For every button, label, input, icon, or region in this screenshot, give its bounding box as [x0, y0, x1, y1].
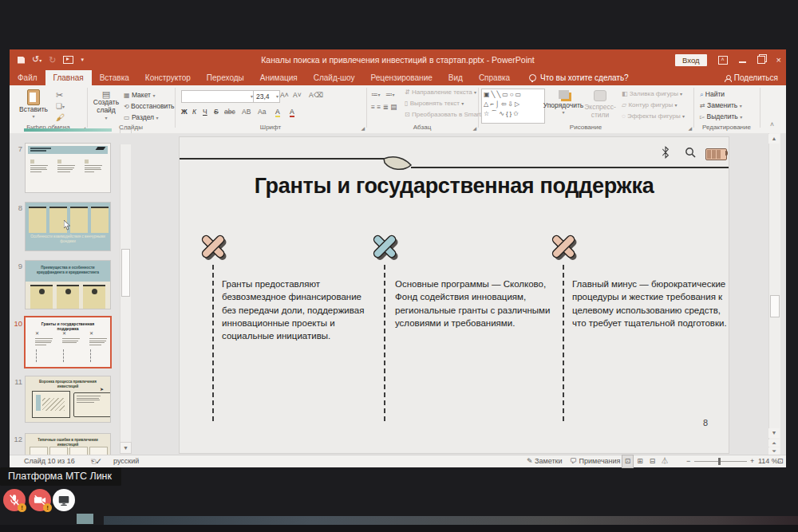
zoom-level[interactable]: 114 % — [758, 455, 778, 467]
minimize-icon[interactable] — [739, 61, 746, 63]
reset-button[interactable]: ⟲ Восстановить — [124, 102, 175, 112]
cut-button[interactable]: ✂ — [56, 90, 63, 100]
zoom-in-icon[interactable]: + — [750, 455, 754, 467]
change-case-button[interactable]: Аа — [258, 108, 267, 116]
arrange-button[interactable]: Упорядочить ▾ — [545, 90, 582, 115]
dialog-launcher-icon[interactable]: ◢ — [472, 125, 476, 131]
tab-help[interactable]: Справка — [471, 70, 518, 85]
next-slide-icon[interactable]: ⏷ — [768, 447, 780, 455]
scroll-up-icon[interactable]: ▲ — [768, 134, 780, 144]
slide-sorter-view-icon[interactable]: ⊞ — [635, 455, 646, 467]
slide-counter[interactable]: Слайд 10 из 16 — [24, 455, 75, 467]
slide-thumbnail-7[interactable] — [26, 144, 110, 192]
paste-button[interactable]: Вставить ▾ — [19, 89, 48, 119]
tab-insert[interactable]: Вставка — [92, 70, 137, 85]
share-button[interactable]: Поделиться — [725, 70, 778, 85]
numbering-button[interactable]: ≕▾ — [385, 90, 395, 98]
bullets-button[interactable]: ≔▾ — [371, 90, 381, 98]
select-button[interactable]: ▻ Выделить ▾ — [700, 112, 742, 122]
restore-icon[interactable] — [757, 56, 765, 64]
format-painter-button[interactable]: 🖌 — [56, 112, 65, 122]
reading-view-icon[interactable]: ⊟ — [647, 455, 658, 467]
previous-slide-icon[interactable]: ⏶ — [768, 439, 780, 447]
font-size-combobox[interactable]: 23,4▾ — [253, 90, 280, 103]
view-buttons[interactable]: ⊡ ⊞ ⊟ ⏃ — [622, 455, 670, 467]
align-buttons[interactable]: ≡ ≡ ≣ ▤ — [371, 103, 397, 111]
notes-button[interactable]: ✎ Заметки — [527, 455, 562, 467]
normal-view-icon[interactable]: ⊡ — [622, 455, 633, 467]
spellcheck-icon[interactable]: ⎗✓ — [91, 455, 101, 467]
thumbnails-scroll-down-icon[interactable]: ▼ — [120, 442, 132, 454]
thumbnails-scrollbar-thumb[interactable] — [121, 249, 130, 297]
replace-button[interactable]: ⇄ Заменить ▾ — [700, 101, 742, 111]
slide-canvas[interactable]: Гранты и государственная поддержка Грант… — [180, 137, 729, 453]
new-slide-button[interactable]: ▤ Создать слайд ▾ — [92, 89, 120, 120]
zoom-slider[interactable] — [694, 461, 747, 462]
slide-thumbnail-8[interactable]: Особенности взаимодействия с венчурными … — [26, 203, 110, 250]
text-direction-button[interactable]: ⇵ Направление текста ▾ — [405, 89, 476, 96]
grow-font-button[interactable]: А˄ — [280, 91, 289, 99]
layout-button[interactable]: ▦ Макет ▾ — [124, 91, 155, 100]
font-color-button[interactable]: А — [290, 108, 294, 117]
section-button[interactable]: ▭ Раздел ▾ — [124, 113, 158, 123]
slide-thumbnail-9[interactable]: Преимущества и особенности краудфандинга… — [26, 261, 110, 309]
slide-title[interactable]: Гранты и государственная поддержка — [180, 174, 729, 199]
tab-review[interactable]: Рецензирование — [363, 70, 440, 85]
x-marker-icon[interactable] — [198, 231, 231, 265]
shapes-gallery[interactable]: ▣╲╲▭○▭△⌐⌡⇦⇩▷☆⌒∿{}✩ — [481, 89, 545, 124]
slideshow-view-icon[interactable]: ⏃ — [660, 455, 670, 467]
shrink-font-button[interactable]: А˅ — [293, 91, 302, 99]
paragraph-group: ≔▾ ≕▾ ≡ ≡ ≣ ▤ ⇵ Направление текста ▾ ▯ В… — [366, 85, 478, 132]
align-text-button[interactable]: ▯ Выровнять текст ▾ — [405, 100, 464, 107]
dialog-launcher-icon[interactable]: ◢ — [688, 125, 692, 131]
shape-effects-button[interactable]: ◌ Эффекты фигуры ▾ — [622, 112, 685, 120]
collapse-ribbon-icon[interactable]: ˄ — [770, 120, 774, 128]
slide-text-block[interactable]: Главный минус — бюрократические процедур… — [572, 278, 732, 329]
text-shadow-button[interactable]: abc — [224, 108, 235, 116]
microphone-off-button[interactable]: ! — [3, 489, 26, 511]
x-marker-icon[interactable] — [548, 231, 582, 265]
language-indicator[interactable]: русский — [113, 455, 139, 467]
tell-me-box[interactable]: Что вы хотите сделать? — [518, 70, 629, 85]
x-marker-icon[interactable] — [369, 231, 403, 265]
slide-scrollbar-thumb[interactable] — [770, 295, 780, 317]
character-spacing-button[interactable]: АВ — [242, 108, 251, 116]
shape-outline-button[interactable]: ▱ Контур фигуры ▾ — [622, 101, 678, 108]
shape-fill-button[interactable]: ◧ Заливка фигуры ▾ — [622, 90, 682, 97]
italic-button[interactable]: К — [192, 108, 196, 116]
fit-to-window-icon[interactable]: ⊡ — [777, 455, 784, 467]
slide-thumbnail-11[interactable]: Воронка процесса привлечения инвестиций … — [26, 376, 110, 422]
tab-transitions[interactable]: Переходы — [199, 70, 252, 85]
zoom-slider-thumb[interactable] — [718, 458, 721, 465]
tab-view[interactable]: Вид — [440, 70, 471, 85]
font-name-combobox[interactable]: ▾ — [181, 90, 255, 103]
camera-off-button[interactable]: ! — [29, 489, 51, 511]
screen-share-button[interactable] — [53, 489, 75, 511]
slide-thumbnail-10-selected[interactable]: Гранты и государственная поддержка ✕ ✕ ✕ — [26, 317, 110, 367]
underline-button[interactable]: Ч — [203, 108, 207, 116]
dialog-launcher-icon[interactable]: ◢ — [361, 125, 365, 131]
comments-button[interactable]: 🗩 Примечания — [570, 455, 620, 467]
sign-in-button[interactable]: Вход — [675, 54, 707, 66]
scroll-down-icon[interactable]: ▼ — [768, 428, 780, 438]
strikethrough-button[interactable]: S — [214, 108, 219, 116]
copy-button[interactable]: ❏▾ — [56, 101, 65, 111]
tab-home[interactable]: Главная — [45, 70, 92, 85]
bold-button[interactable]: Ж — [181, 108, 188, 116]
clear-formatting-button[interactable]: А⌫ — [309, 91, 323, 99]
tab-slideshow[interactable]: Слайд-шоу — [306, 70, 363, 85]
find-button[interactable]: ⌕ Найти — [700, 90, 725, 100]
highlight-color-button[interactable]: А — [275, 108, 280, 117]
quick-styles-button[interactable]: Экспресс-стили — [583, 90, 617, 120]
font-group: ▾ 23,4▾ А˄ А˅ А⌫ Ж К Ч S abc АВ Аа А А Ш… — [175, 85, 366, 132]
slide-text-block[interactable]: Основные программы — Сколково, Фонд соде… — [395, 278, 553, 329]
ribbon-display-options-icon[interactable]: ˄ — [718, 56, 728, 65]
slide-text-block[interactable]: Гранты предоставляют безвозмездное финан… — [222, 278, 378, 343]
tab-file[interactable]: Файл — [10, 70, 45, 85]
slide-thumbnail-12[interactable]: Типичные ошибки в привлечении инвестиций — [26, 434, 110, 455]
zoom-out-icon[interactable]: − — [686, 455, 690, 467]
tab-animations[interactable]: Анимация — [252, 70, 306, 85]
slide-scrollbar[interactable] — [768, 133, 780, 455]
close-icon[interactable]: × — [776, 49, 781, 70]
tab-design[interactable]: Конструктор — [137, 70, 199, 85]
